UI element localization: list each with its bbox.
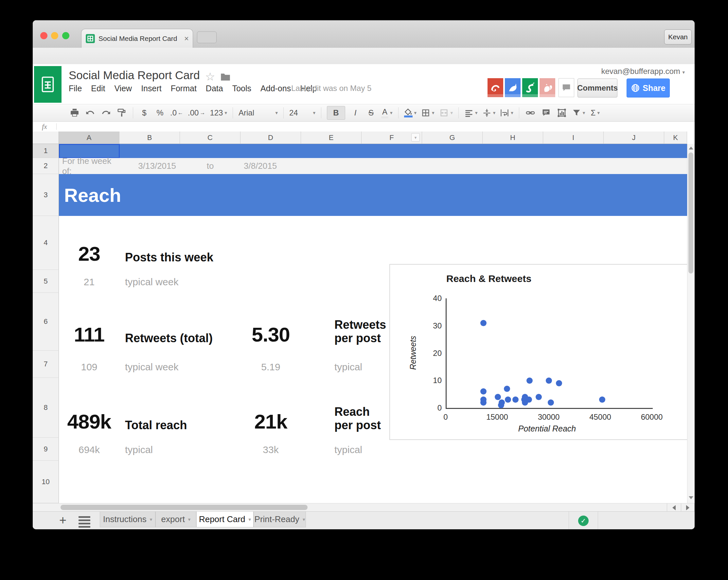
cell-total-reach-value[interactable]: 489k xyxy=(59,378,120,438)
scroll-up-icon[interactable] xyxy=(689,147,693,150)
formula-bar[interactable]: fx xyxy=(33,122,695,132)
vertical-scroll-thumb[interactable] xyxy=(688,153,693,273)
star-document-icon[interactable]: ☆ xyxy=(205,70,215,83)
column-header-k[interactable]: K xyxy=(664,132,687,144)
anonymous-seal-icon[interactable] xyxy=(505,78,521,97)
column-header-f[interactable]: F▾ xyxy=(362,132,422,144)
scroll-down-icon[interactable] xyxy=(689,496,693,499)
sheet-tab-dropdown-icon[interactable]: ▾ xyxy=(303,517,305,522)
menu-file[interactable]: File xyxy=(69,84,82,93)
insert-chart-button[interactable] xyxy=(556,106,567,120)
cell-retweets-label[interactable]: Retweets (total) xyxy=(122,293,249,351)
column-header-a[interactable]: A xyxy=(59,132,120,144)
decrease-decimal-button[interactable]: .0← xyxy=(170,106,183,120)
browser-tab[interactable]: Social Media Report Card × xyxy=(81,29,193,48)
menu-format[interactable]: Format xyxy=(171,84,197,93)
cell-reach-per-post-value[interactable]: 21k xyxy=(240,378,301,438)
font-family-select[interactable]: Arial▾ xyxy=(238,106,278,120)
format-currency-button[interactable]: $ xyxy=(139,106,150,120)
new-tab-button[interactable] xyxy=(197,31,216,43)
reach-section-banner[interactable]: Reach xyxy=(59,174,687,216)
italic-button[interactable]: I xyxy=(350,106,361,120)
select-all-corner[interactable] xyxy=(33,132,59,144)
cell-reach-per-post-typical-value[interactable]: 33k xyxy=(240,438,301,460)
column-header-i[interactable]: I xyxy=(543,132,604,144)
mac-zoom-button[interactable] xyxy=(62,32,69,39)
horizontal-scroll-thumb[interactable] xyxy=(60,505,308,510)
anonymous-chameleon-icon[interactable] xyxy=(488,78,503,97)
comment-indicator-button[interactable] xyxy=(558,78,574,97)
anonymous-squirrel-icon[interactable] xyxy=(540,78,555,97)
column-f-dropdown-icon[interactable]: ▾ xyxy=(411,133,420,142)
horizontal-align-button[interactable]: ▾ xyxy=(464,106,478,120)
row-header-10[interactable]: 10 xyxy=(33,460,59,503)
borders-button[interactable]: ▾ xyxy=(421,106,435,120)
format-percent-button[interactable]: % xyxy=(154,106,165,120)
vertical-scrollbar[interactable] xyxy=(687,144,695,503)
number-format-button[interactable]: 123▾ xyxy=(210,106,227,120)
cell-week-end[interactable]: 3/8/2015 xyxy=(244,158,301,174)
browser-profile-button[interactable]: Kevan xyxy=(664,29,692,45)
add-sheet-button[interactable]: + xyxy=(56,513,70,527)
vertical-align-button[interactable]: ▾ xyxy=(482,106,496,120)
all-sheets-icon[interactable] xyxy=(79,516,90,528)
menu-view[interactable]: View xyxy=(114,84,132,93)
column-header-h[interactable]: H xyxy=(483,132,543,144)
text-wrap-button[interactable]: ▾ xyxy=(500,106,513,120)
cell-reach-per-post-label[interactable]: Reach per post xyxy=(331,378,390,438)
row-header-9[interactable]: 9 xyxy=(33,438,59,460)
redo-button[interactable] xyxy=(100,106,111,120)
insert-comment-button[interactable] xyxy=(541,106,552,120)
column-header-b[interactable]: B xyxy=(120,132,180,144)
row-header-5[interactable]: 5 xyxy=(33,270,59,293)
paint-format-button[interactable] xyxy=(116,106,127,120)
cell-total-reach-typical-value[interactable]: 694k xyxy=(59,438,120,460)
cell-retweets-typical-label[interactable]: typical week xyxy=(125,351,253,378)
menu-addons[interactable]: Add-ons xyxy=(260,84,291,93)
menu-tools[interactable]: Tools xyxy=(232,84,251,93)
sheet-tab-dropdown-icon[interactable]: ▾ xyxy=(188,517,191,522)
cell-retweets-per-post-value[interactable]: 5.30 xyxy=(240,293,301,351)
merge-cells-button[interactable]: ▾ xyxy=(439,106,453,120)
row-header-4[interactable]: 4 xyxy=(33,216,59,270)
functions-button[interactable]: Σ▾ xyxy=(590,106,601,120)
cell-retweets-per-post-label[interactable]: Retweets per post xyxy=(331,293,390,351)
comments-button[interactable]: Comments xyxy=(577,79,617,98)
sheets-logo[interactable] xyxy=(34,66,61,103)
last-edit-status[interactable]: Last edit was on May 5 xyxy=(291,84,371,93)
cell-retweets-per-post-typical-value[interactable]: 5.19 xyxy=(240,351,301,378)
mac-close-button[interactable] xyxy=(40,32,48,39)
horizontal-scrollbar[interactable] xyxy=(33,503,695,511)
row-header-1[interactable]: 1 xyxy=(33,144,59,158)
increase-decimal-button[interactable]: .00→ xyxy=(188,106,205,120)
column-header-j[interactable]: J xyxy=(604,132,664,144)
cell-posts-value[interactable]: 23 xyxy=(59,216,120,270)
sheet-tab-dropdown-icon[interactable]: ▾ xyxy=(249,517,251,522)
mac-minimize-button[interactable] xyxy=(51,32,58,39)
cell-total-reach-label[interactable]: Total reach xyxy=(122,378,249,438)
document-title[interactable]: Social Media Report Card xyxy=(69,69,200,82)
column-header-d[interactable]: D xyxy=(240,132,301,144)
cell-retweets-typical-value[interactable]: 109 xyxy=(59,351,120,378)
sheet-tab-export[interactable]: export▾ xyxy=(155,511,196,527)
bold-button[interactable]: B xyxy=(327,106,345,120)
share-button[interactable]: Share xyxy=(627,79,670,98)
row-header-3[interactable]: 3 xyxy=(33,174,59,216)
sheet-tab-instructions[interactable]: Instructions▾ xyxy=(100,511,155,527)
cell-week-start[interactable]: 3/13/2015 xyxy=(120,158,176,174)
column-header-c[interactable]: C xyxy=(180,132,240,144)
cell-week-label[interactable]: For the week of: xyxy=(62,158,118,174)
undo-button[interactable] xyxy=(85,106,96,120)
row-header-7[interactable]: 7 xyxy=(33,351,59,378)
strikethrough-button[interactable]: S xyxy=(365,106,376,120)
row-header-8[interactable]: 8 xyxy=(33,378,59,438)
column-header-e[interactable]: E xyxy=(301,132,362,144)
fill-color-button[interactable]: ▾ xyxy=(404,106,417,120)
sheet-tab-print-ready[interactable]: Print-Ready▾ xyxy=(254,511,306,527)
row-header-2[interactable]: 2 xyxy=(33,158,59,174)
print-button[interactable] xyxy=(69,106,80,120)
account-email[interactable]: kevan@bufferapp.com ▾ xyxy=(601,67,685,76)
column-header-g[interactable]: G xyxy=(422,132,483,144)
menu-edit[interactable]: Edit xyxy=(91,84,105,93)
cell-reach-per-post-typical-label[interactable]: typical xyxy=(334,438,393,460)
